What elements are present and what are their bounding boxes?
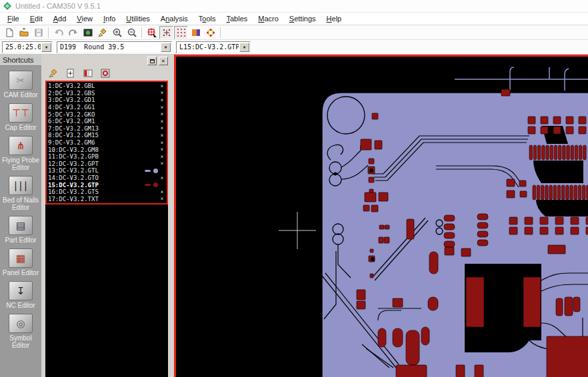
menu-item[interactable]: Macro xyxy=(253,13,284,24)
layer-off-mark[interactable]: × xyxy=(159,111,165,117)
layer-row[interactable]: 12:DC-V3.2.GPT × xyxy=(48,161,165,168)
layer-off-mark[interactable]: × xyxy=(159,83,165,89)
dcode-select-value: D199 Round 39.5 xyxy=(57,43,160,51)
layer-row[interactable]: 10:DC-V3.2.GM8 × xyxy=(48,146,165,153)
zoom-in-icon[interactable] xyxy=(110,26,124,39)
layer-row[interactable]: 14:DC-V3.2.GTO × xyxy=(48,175,165,182)
layers-table-icon[interactable] xyxy=(82,68,93,79)
menu-item[interactable]: Tools xyxy=(193,13,221,24)
layer-name: 11:DC-V3.2.GPB xyxy=(48,153,159,160)
layer-name: 7:DC-V3.2.GM13 xyxy=(48,125,159,132)
menu-item[interactable]: Add xyxy=(48,13,72,24)
layer-row[interactable]: 6:DC-V3.2.GM1 × xyxy=(48,118,165,125)
layer-off-mark[interactable]: × xyxy=(159,154,165,160)
origin-crosshair-icon[interactable] xyxy=(145,26,159,39)
layer-flash-color-swatch[interactable] xyxy=(153,183,158,187)
menu-item[interactable]: Settings xyxy=(284,13,321,24)
shortcut-item[interactable]: ▤ Part Editor xyxy=(0,216,41,244)
layer-row[interactable]: 13:DC-V3.2.GTL xyxy=(48,167,165,175)
layer-colors-icon[interactable] xyxy=(99,68,111,79)
panel-close-button[interactable]: ✕ xyxy=(159,57,168,65)
grid-snap-icon[interactable] xyxy=(159,26,173,39)
layer-off-mark[interactable]: × xyxy=(159,90,165,96)
toolbar-separator xyxy=(141,27,142,38)
panel-rollup-button[interactable] xyxy=(147,57,157,65)
grid-select[interactable]: 25.0:25.0 ▼ xyxy=(2,41,53,53)
shortcut-item[interactable]: ▦ Panel Editor xyxy=(0,248,41,276)
layer-row[interactable]: 11:DC-V3.2.GPB × xyxy=(48,153,165,161)
window-title: Untitled - CAM350 V 9.5.1 xyxy=(15,2,101,10)
menu-item[interactable]: Utilities xyxy=(121,13,155,24)
layer-name: 3:DC-V3.2.GD1 xyxy=(48,97,159,103)
title-bar: Untitled - CAM350 V 9.5.1 xyxy=(0,0,588,12)
layer-row[interactable]: 16:DC-V3.2.GTS × xyxy=(48,188,165,196)
dcode-select[interactable]: D199 Round 39.5 ▼ xyxy=(57,41,172,53)
grid-dots-icon[interactable] xyxy=(174,26,188,39)
undo-icon[interactable] xyxy=(51,26,65,39)
shortcut-item[interactable]: ◎ Symbol Editor xyxy=(0,314,41,349)
layers-panel-toolbar xyxy=(45,66,168,81)
clear-icon[interactable] xyxy=(95,26,109,39)
menu-item[interactable]: Analysis xyxy=(155,13,193,24)
layer-off-mark[interactable]: × xyxy=(159,119,165,125)
layer-off-mark[interactable]: × xyxy=(159,105,165,111)
layer-row[interactable]: 8:DC-V3.2.GM15 × xyxy=(48,132,165,139)
shortcut-icon: ∣∣∣ xyxy=(9,176,33,195)
menu-item[interactable]: Edit xyxy=(25,13,48,24)
redraw-icon[interactable] xyxy=(47,68,59,79)
menu-item[interactable]: File xyxy=(2,13,25,24)
layer-name: 1:DC-V3.2.GBL xyxy=(48,83,159,89)
shortcut-item[interactable]: ⊤⊤ Cap Editor xyxy=(0,103,41,131)
layer-row[interactable]: 5:DC-V3.2.GKO × xyxy=(48,111,165,118)
layer-row[interactable]: 7:DC-V3.2.GM13 × xyxy=(48,125,165,133)
active-layer-select[interactable]: L15:DC-V3.2.GTP ▼ xyxy=(176,41,251,53)
new-file-icon[interactable] xyxy=(2,26,16,39)
menu-item[interactable]: Tables xyxy=(221,13,253,24)
layer-name: 6:DC-V3.2.GM1 xyxy=(48,118,159,125)
layer-off-mark[interactable]: × xyxy=(159,161,165,167)
open-icon[interactable] xyxy=(17,26,31,39)
layer-draw-color-swatch[interactable] xyxy=(145,184,151,186)
layer-row[interactable]: 1:DC-V3.2.GBL × xyxy=(48,83,165,90)
menu-item[interactable]: View xyxy=(71,13,98,24)
layer-flash-color-swatch[interactable] xyxy=(153,169,158,173)
layer-off-mark[interactable]: × xyxy=(159,133,165,139)
pcb-canvas[interactable] xyxy=(174,55,588,377)
screen-capture-icon[interactable] xyxy=(81,26,95,39)
highlight-net-icon[interactable] xyxy=(203,26,217,39)
chevron-down-icon[interactable]: ▼ xyxy=(161,43,171,52)
layer-off-mark[interactable]: × xyxy=(159,196,165,202)
shortcut-item[interactable]: ✂ CAM Editor xyxy=(0,71,41,99)
menu-item[interactable]: Info xyxy=(98,13,121,24)
menu-item[interactable]: Help xyxy=(321,13,347,24)
redo-icon[interactable] xyxy=(66,26,80,39)
layer-row[interactable]: 15:DC-V3.2.GTP xyxy=(48,181,165,188)
shortcut-item[interactable]: ∣∣∣ Bed of Nails Editor xyxy=(0,176,41,211)
layer-off-mark[interactable]: × xyxy=(159,125,165,131)
chevron-down-icon[interactable]: ▼ xyxy=(41,43,51,52)
layer-row[interactable]: 2:DC-V3.2.GBS × xyxy=(48,90,165,97)
layer-off-mark[interactable]: × xyxy=(159,147,165,153)
layer-draw-color-swatch[interactable] xyxy=(145,170,151,172)
pcb-canvas-svg[interactable] xyxy=(176,57,588,377)
layer-row[interactable]: 9:DC-V3.2.GM6 × xyxy=(48,139,165,147)
grid-select-value: 25.0:25.0 xyxy=(3,43,41,51)
layer-name: 2:DC-V3.2.GBS xyxy=(48,90,159,97)
add-layers-icon[interactable] xyxy=(65,68,76,79)
chevron-down-icon[interactable]: ▼ xyxy=(239,43,249,52)
layers-panel-titlebar[interactable]: ✕ xyxy=(45,56,168,66)
zoom-out-icon[interactable] xyxy=(125,26,139,39)
shortcut-item[interactable]: ⋔ Flying Probe Editor xyxy=(0,136,41,171)
layer-off-mark[interactable]: × xyxy=(159,140,165,146)
layer-off-mark[interactable]: × xyxy=(159,189,165,195)
layer-off-mark[interactable]: × xyxy=(159,175,165,181)
layer-list: 1:DC-V3.2.GBL × 2:DC-V3.2.GBS × xyxy=(45,81,168,204)
shortcuts-sidebar: Shortcuts ✂ CAM Editor ⊤⊤ Cap Editor ⋔ xyxy=(0,55,41,377)
layer-row[interactable]: 17:DC-V3.2.TXT × xyxy=(48,196,165,203)
shortcut-item[interactable]: ↧ NC Editor xyxy=(0,281,41,309)
layer-row[interactable]: 3:DC-V3.2.GD1 × xyxy=(48,97,165,104)
layer-colors-icon[interactable] xyxy=(189,26,203,39)
layer-off-mark[interactable]: × xyxy=(159,97,165,103)
layer-row[interactable]: 4:DC-V3.2.GG1 × xyxy=(48,104,165,111)
save-icon[interactable] xyxy=(31,26,45,39)
